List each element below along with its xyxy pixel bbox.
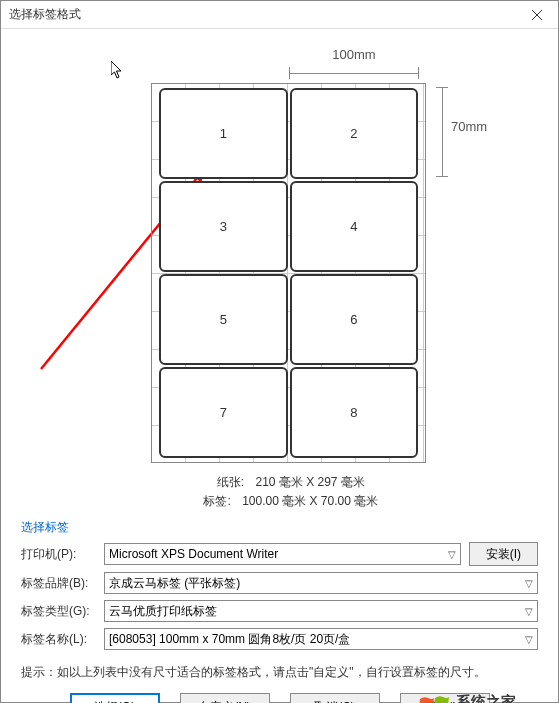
brand-select[interactable]: 京成云马标签 (平张标签) ▽: [104, 572, 538, 594]
label-cell[interactable]: 1: [159, 88, 288, 179]
height-dimension-label: 70mm: [451, 119, 487, 134]
label-grid: 1 2 3 4 5 6 7 8: [159, 88, 418, 458]
type-value: 云马优质打印纸标签: [109, 603, 217, 620]
chevron-down-icon: ▽: [525, 634, 533, 645]
help-button[interactable]: 帮助(H): [400, 693, 490, 703]
group-title: 选择标签: [21, 519, 538, 536]
window-title: 选择标签格式: [9, 6, 81, 23]
label-preview: 100mm 70mm 1 2 3 4 5 6 7 8: [21, 39, 538, 469]
brand-value: 京成云马标签 (平张标签): [109, 575, 240, 592]
label-cell[interactable]: 4: [290, 181, 419, 272]
chevron-down-icon: ▽: [525, 578, 533, 589]
name-value: [608053] 100mm x 70mm 圆角8枚/页 20页/盒: [109, 631, 350, 648]
printer-value: Microsoft XPS Document Writer: [109, 547, 278, 561]
cursor-icon: [111, 61, 127, 81]
type-label: 标签类型(G):: [21, 603, 96, 620]
label-size-label: 标签:: [181, 492, 231, 511]
hint-text: 提示：如以上列表中没有尺寸适合的标签格式，请点击"自定义"，自行设置标签的尺寸。: [21, 664, 538, 681]
page-preview: 1 2 3 4 5 6 7 8: [151, 83, 426, 463]
label-cell[interactable]: 8: [290, 367, 419, 458]
install-button[interactable]: 安装(I): [469, 542, 538, 566]
chevron-down-icon: ▽: [448, 549, 456, 560]
label-cell[interactable]: 6: [290, 274, 419, 365]
label-cell[interactable]: 7: [159, 367, 288, 458]
size-info: 纸张: 210 毫米 X 297 毫米 标签: 100.00 毫米 X 70.0…: [21, 473, 538, 511]
printer-label: 打印机(P):: [21, 546, 96, 563]
chevron-down-icon: ▽: [525, 606, 533, 617]
label-cell[interactable]: 5: [159, 274, 288, 365]
custom-button[interactable]: 自定义(N): [180, 693, 270, 703]
type-select[interactable]: 云马优质打印纸标签 ▽: [104, 600, 538, 622]
printer-select[interactable]: Microsoft XPS Document Writer ▽: [104, 543, 461, 565]
cancel-button[interactable]: 取消(C): [290, 693, 380, 703]
name-select[interactable]: [608053] 100mm x 70mm 圆角8枚/页 20页/盒 ▽: [104, 628, 538, 650]
label-cell[interactable]: 2: [290, 88, 419, 179]
label-cell[interactable]: 3: [159, 181, 288, 272]
dialog-window: 选择标签格式 100mm 70mm 1 2 3 4: [0, 0, 559, 703]
name-label: 标签名称(L):: [21, 631, 96, 648]
paper-size-value: 210 毫米 X 297 毫米: [255, 475, 364, 489]
label-size-value: 100.00 毫米 X 70.00 毫米: [242, 494, 378, 508]
width-dimension-label: 100mm: [289, 47, 419, 62]
titlebar: 选择标签格式: [1, 1, 558, 29]
brand-label: 标签品牌(B):: [21, 575, 96, 592]
select-button[interactable]: 选择(O): [70, 693, 160, 703]
select-label-group: 选择标签 打印机(P): Microsoft XPS Document Writ…: [21, 519, 538, 656]
content-area: 100mm 70mm 1 2 3 4 5 6 7 8 纸张: 2: [1, 29, 558, 703]
height-dimension-line: [436, 87, 448, 177]
paper-size-label: 纸张:: [194, 473, 244, 492]
width-dimension-line: [289, 67, 419, 79]
close-button[interactable]: [516, 1, 558, 29]
close-icon: [532, 10, 542, 20]
dialog-buttons: 选择(O) 自定义(N) 取消(C) 帮助(H): [21, 693, 538, 703]
